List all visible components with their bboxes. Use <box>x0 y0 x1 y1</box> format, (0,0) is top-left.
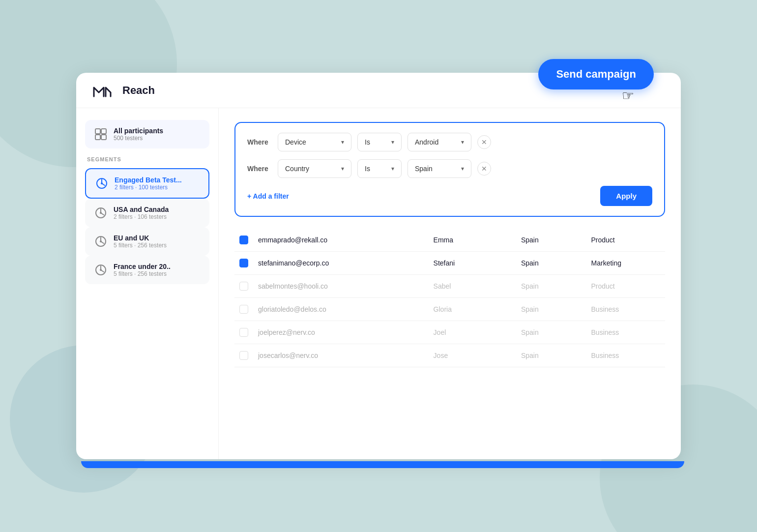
segments-heading: SEGMENTS <box>85 154 209 162</box>
svg-point-5 <box>101 182 103 184</box>
table-row: stefanimano@ecorp.co Stefani Spain Marke… <box>234 252 665 275</box>
device-filter-value: Device <box>285 138 306 146</box>
country-filter-select[interactable]: Country ▾ <box>278 159 351 178</box>
row-checkbox-cell-1[interactable] <box>234 252 253 275</box>
country-operator-select[interactable]: Is ▾ <box>357 159 402 178</box>
row-country-2: Spain <box>516 275 586 298</box>
country-operator-value: Is <box>365 165 370 173</box>
row-name-1: Stefani <box>429 252 516 275</box>
row-name-0: Emma <box>429 229 516 252</box>
table-row: josecarlos@nerv.co Jose Spain Business <box>234 344 665 367</box>
filter-footer: + Add a filter Apply <box>247 186 652 206</box>
device-operator-chevron-icon: ▾ <box>391 139 394 146</box>
row-email-3: gloriatoledo@delos.co <box>253 298 429 321</box>
sidebar-item-eu-uk[interactable]: EU and UK 5 filters · 256 testers <box>85 227 209 256</box>
table-row: gloriatoledo@delos.co Gloria Spain Busin… <box>234 298 665 321</box>
remove-filter-2-button[interactable]: ✕ <box>477 162 491 176</box>
row-name-2: Sabel <box>429 275 516 298</box>
sidebar: All participants 500 testers SEGMENTS En… <box>76 108 219 459</box>
row-checkbox-1[interactable] <box>239 259 248 267</box>
row-name-3: Gloria <box>429 298 516 321</box>
segment-icon-engaged-beta <box>95 177 109 190</box>
apply-button[interactable]: Apply <box>600 186 652 206</box>
card-body: All participants 500 testers SEGMENTS En… <box>76 108 681 459</box>
svg-rect-3 <box>101 135 106 140</box>
filter-box: Where Device ▾ Is ▾ Android ▾ ✕ <box>234 122 665 217</box>
country-operator-chevron-icon: ▾ <box>391 165 394 172</box>
device-operator-value: Is <box>365 138 370 146</box>
row-role-5: Business <box>586 344 665 367</box>
segment-meta-engaged-beta: 2 filters · 100 testers <box>115 184 182 191</box>
svg-point-11 <box>100 269 102 271</box>
testers-tbody: emmaprado@rekall.co Emma Spain Product s… <box>234 229 665 367</box>
segment-name-france-under: France under 20.. <box>114 263 171 270</box>
sidebar-item-usa-canada[interactable]: USA and Canada 2 filters · 106 testers <box>85 199 209 227</box>
row-email-4: joelperez@nerv.co <box>253 321 429 344</box>
main-content: Where Device ▾ Is ▾ Android ▾ ✕ <box>219 108 681 459</box>
row-checkbox-cell-3[interactable] <box>234 298 253 321</box>
segment-meta-eu-uk: 5 filters · 256 testers <box>114 242 167 249</box>
svg-point-7 <box>100 212 102 214</box>
table-row: sabelmontes@hooli.co Sabel Spain Product <box>234 275 665 298</box>
segment-meta-usa-canada: 2 filters · 106 testers <box>114 213 169 220</box>
all-participants-count: 500 testers <box>114 135 163 142</box>
device-value-chevron-icon: ▾ <box>461 139 464 146</box>
segment-icon-france-under <box>94 263 108 277</box>
svg-rect-0 <box>95 129 100 134</box>
cursor-hand-icon: ☞ <box>622 88 634 104</box>
segment-icon-usa-canada <box>94 206 108 220</box>
row-checkbox-4[interactable] <box>239 328 248 337</box>
row-country-1: Spain <box>516 252 586 275</box>
row-checkbox-cell-5[interactable] <box>234 344 253 367</box>
all-participants-item[interactable]: All participants 500 testers <box>85 120 209 148</box>
maze-logo <box>92 83 114 98</box>
filter-where-label-2: Where <box>247 165 272 173</box>
row-role-2: Product <box>586 275 665 298</box>
row-email-5: josecarlos@nerv.co <box>253 344 429 367</box>
filter-where-label-1: Where <box>247 138 272 146</box>
remove-filter-1-button[interactable]: ✕ <box>477 135 491 149</box>
device-value-text: Android <box>415 138 438 146</box>
participants-icon <box>94 127 108 141</box>
svg-rect-2 <box>95 135 100 140</box>
page-title: Reach <box>122 84 155 97</box>
row-name-5: Jose <box>429 344 516 367</box>
testers-table: emmaprado@rekall.co Emma Spain Product s… <box>234 229 665 367</box>
country-value-select[interactable]: Spain ▾ <box>408 159 471 178</box>
country-value-chevron-icon: ▾ <box>461 165 464 172</box>
row-country-3: Spain <box>516 298 586 321</box>
all-participants-label: All participants <box>114 127 163 135</box>
row-checkbox-3[interactable] <box>239 305 248 314</box>
filter-row-2: Where Country ▾ Is ▾ Spain ▾ ✕ <box>247 159 652 178</box>
row-email-0: emmaprado@rekall.co <box>253 229 429 252</box>
main-card: Reach All participants 500 testers SEGME… <box>76 73 681 459</box>
sidebar-item-engaged-beta[interactable]: Engaged Beta Test... 2 filters · 100 tes… <box>85 168 209 199</box>
row-checkbox-0[interactable] <box>239 236 248 244</box>
svg-rect-1 <box>101 129 106 134</box>
row-checkbox-cell-4[interactable] <box>234 321 253 344</box>
row-country-4: Spain <box>516 321 586 344</box>
table-row: emmaprado@rekall.co Emma Spain Product <box>234 229 665 252</box>
row-role-4: Business <box>586 321 665 344</box>
device-operator-select[interactable]: Is ▾ <box>357 133 402 151</box>
device-filter-select[interactable]: Device ▾ <box>278 133 351 151</box>
device-value-select[interactable]: Android ▾ <box>408 133 471 151</box>
row-checkbox-2[interactable] <box>239 282 248 291</box>
svg-point-9 <box>100 240 102 242</box>
blue-accent-bar <box>81 461 684 468</box>
device-chevron-icon: ▾ <box>341 139 344 146</box>
segment-name-eu-uk: EU and UK <box>114 234 167 242</box>
send-campaign-button[interactable]: Send campaign <box>538 59 654 89</box>
segment-list: Engaged Beta Test... 2 filters · 100 tes… <box>85 168 209 284</box>
segment-icon-eu-uk <box>94 235 108 248</box>
row-checkbox-5[interactable] <box>239 351 248 360</box>
add-filter-button[interactable]: + Add a filter <box>247 192 289 200</box>
row-checkbox-cell-2[interactable] <box>234 275 253 298</box>
country-filter-value: Country <box>285 165 309 173</box>
sidebar-item-france-under[interactable]: France under 20.. 5 filters · 256 tester… <box>85 256 209 284</box>
row-role-1: Marketing <box>586 252 665 275</box>
row-checkbox-cell-0[interactable] <box>234 229 253 252</box>
row-role-3: Business <box>586 298 665 321</box>
table-row: joelperez@nerv.co Joel Spain Business <box>234 321 665 344</box>
row-role-0: Product <box>586 229 665 252</box>
